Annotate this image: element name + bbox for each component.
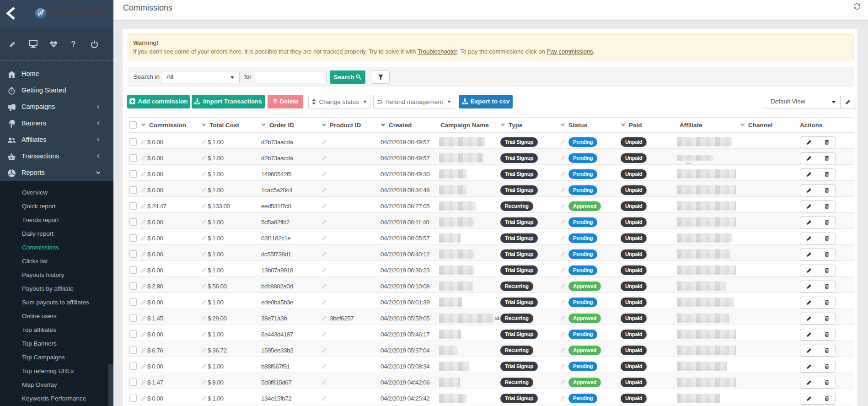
- svg-text:?: ?: [71, 40, 75, 48]
